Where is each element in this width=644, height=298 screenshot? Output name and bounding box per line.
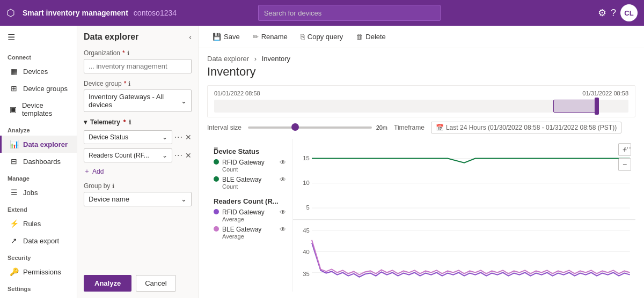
sidebar-item-dashboards-label: Dashboards [23, 158, 61, 166]
chart-legend: ≡ Device Status RFID Gateway Count 👁 [207, 139, 293, 292]
legend-item-label-1-0: RFID Gateway [222, 208, 265, 216]
timeline-start-label: 01/01/2022 08:58 [214, 90, 260, 96]
telemetry-collapse-icon[interactable]: ▾ [84, 118, 87, 126]
legend-item-1-1-text: BLE Gateway Average [222, 226, 261, 240]
permissions-icon: 🔑 [9, 267, 19, 276]
sidebar-item-data-explorer[interactable]: 📊 Data explorer [0, 136, 77, 153]
delete-icon: 🗑 [356, 33, 363, 41]
delete-button[interactable]: 🗑 Delete [350, 30, 391, 43]
panel-collapse-button[interactable]: ‹ [189, 33, 192, 41]
legend-item-sub-1-1: Average [222, 233, 261, 240]
zoom-out-button[interactable]: − [618, 158, 631, 171]
sidebar-item-devices[interactable]: ▦ Devices [0, 63, 77, 80]
help-icon[interactable]: ? [611, 8, 616, 19]
interval-slider[interactable] [248, 126, 372, 129]
telemetry-select-0[interactable]: Device Status ⌄ [84, 130, 172, 144]
analyze-button[interactable]: Analyze [84, 275, 131, 292]
timeline-end-label: 01/31/2022 08:58 [582, 90, 628, 96]
search-box[interactable] [258, 5, 441, 21]
rename-button[interactable]: ✏ Rename [247, 30, 293, 43]
settings-icon[interactable]: ⚙ [598, 7, 606, 19]
topbar: ⬡ Smart inventory management contoso1234… [0, 0, 644, 26]
interval-thumb[interactable] [291, 123, 299, 131]
breadcrumb-separator: › [254, 55, 259, 63]
sidebar-item-data-explorer-label: Data explorer [23, 140, 68, 148]
legend-item-label-0-1: BLE Gateway [222, 176, 261, 183]
legend-eye-0-0[interactable]: 👁 [280, 159, 286, 166]
sidebar-item-dashboards[interactable]: ⊟ Dashboards [0, 153, 77, 170]
telemetry-more-1-icon[interactable]: ··· [174, 151, 183, 160]
charts-wrapper: ≡ Device Status RFID Gateway Count 👁 [207, 139, 635, 292]
search-input[interactable] [264, 9, 435, 17]
breadcrumb-parent[interactable]: Data explorer [207, 55, 249, 63]
interval-value: 20m [376, 124, 387, 131]
copy-query-button[interactable]: ⎘ Copy query [295, 30, 348, 43]
breadcrumb-current: Inventory [262, 55, 290, 63]
data-explorer-panel: Data explorer ‹ Organization * ℹ Device … [77, 26, 199, 298]
telemetry-row-0: Device Status ⌄ ··· ✕ [84, 130, 192, 144]
sidebar-item-permissions[interactable]: 🔑 Permissions [0, 263, 77, 280]
legend-eye-0-1[interactable]: 👁 [280, 176, 286, 183]
sidebar-item-rules[interactable]: ⚡ Rules [0, 215, 77, 232]
telemetry-more-0-icon[interactable]: ··· [174, 132, 183, 142]
timeline-track[interactable] [214, 100, 628, 113]
panel-actions: Analyze Cancel [84, 269, 192, 292]
app-title: Smart inventory management [23, 9, 128, 17]
save-button[interactable]: 💾 Save [207, 30, 245, 43]
legend-eye-1-1[interactable]: 👁 [280, 226, 286, 233]
legend-item-0-0-text: RFID Gateway Count [222, 159, 265, 173]
telemetry-close-1-button[interactable]: ✕ [185, 151, 192, 160]
group-by-value: Device name [89, 195, 129, 203]
chart-svg: 15 10 5 45 40 35 [293, 139, 635, 292]
sidebar-item-jobs-label: Jobs [23, 189, 38, 197]
save-icon: 💾 [213, 33, 221, 41]
sidebar-item-device-groups[interactable]: ⊞ Device groups [0, 80, 77, 97]
timeframe-selector[interactable]: 📅 Last 24 Hours (01/30/2022 08:58 - 01/3… [431, 122, 621, 133]
legend-group-title-0: Device Status [214, 147, 286, 155]
sidebar-item-device-templates-label: Device templates [22, 101, 69, 117]
sidebar-item-jobs[interactable]: ☰ Jobs [0, 184, 77, 201]
timeline-thumb[interactable] [595, 98, 599, 115]
hamburger-button[interactable]: ☰ [0, 26, 77, 49]
legend-item-0-1: BLE Gateway Count 👁 [214, 176, 286, 190]
device-templates-icon: ▣ [9, 105, 18, 114]
chart-more-button[interactable]: ··· [624, 143, 631, 153]
sidebar-item-devices-label: Devices [23, 68, 48, 76]
layers-icon[interactable]: ≡ [214, 144, 218, 153]
sidebar-section-analyze: Analyze [0, 122, 77, 136]
group-by-info-icon: ℹ [112, 183, 114, 190]
device-group-label: Device group * ℹ [84, 80, 192, 87]
legend-item-sub-0-0: Count [222, 166, 265, 173]
controls-row: Interval size 20m Timeframe 📅 Last 24 Ho… [207, 122, 635, 133]
legend-item-label-0-0: RFID Gateway [222, 159, 265, 166]
telemetry-info-icon: ℹ [129, 119, 131, 126]
legend-eye-1-0[interactable]: 👁 [280, 208, 286, 216]
legend-dot-1-0 [214, 209, 219, 214]
telemetry-select-1[interactable]: Readers Count (RF... ⌄ [84, 148, 172, 162]
add-label: Add [92, 168, 104, 175]
sidebar-item-device-templates[interactable]: ▣ Device templates [0, 97, 77, 122]
svg-text:40: 40 [303, 249, 310, 255]
copy-icon: ⎘ [301, 33, 305, 41]
telemetry-close-0-button[interactable]: ✕ [185, 133, 192, 141]
legend-dot-1-1 [214, 226, 219, 232]
device-group-select[interactable]: Inventory Gateways - All devices ⌄ [84, 90, 192, 112]
device-groups-icon: ⊞ [9, 84, 19, 93]
page-title: Inventory [207, 65, 635, 79]
group-by-select[interactable]: Device name ⌄ [84, 192, 192, 206]
add-telemetry-button[interactable]: ＋ Add [84, 167, 192, 176]
cancel-button[interactable]: Cancel [136, 275, 175, 292]
device-group-info-icon: ℹ [128, 80, 130, 87]
sidebar-item-data-export[interactable]: ↗ Data export [0, 232, 77, 249]
chart-area: Data explorer › Inventory Inventory 01/0… [199, 48, 644, 298]
dashboards-icon: ⊟ [9, 157, 19, 166]
legend-dot-0-1 [214, 176, 219, 182]
devices-icon: ▦ [9, 67, 19, 76]
timeline-selection[interactable] [553, 100, 596, 113]
sidebar-item-permissions-label: Permissions [23, 268, 61, 276]
avatar[interactable]: CL [620, 4, 638, 21]
legend-item-sub-1-0: Average [222, 216, 265, 222]
telemetry-chevron-1-icon: ⌄ [162, 152, 167, 159]
organization-input[interactable] [84, 59, 192, 73]
sidebar-section-settings: Settings [0, 280, 77, 294]
